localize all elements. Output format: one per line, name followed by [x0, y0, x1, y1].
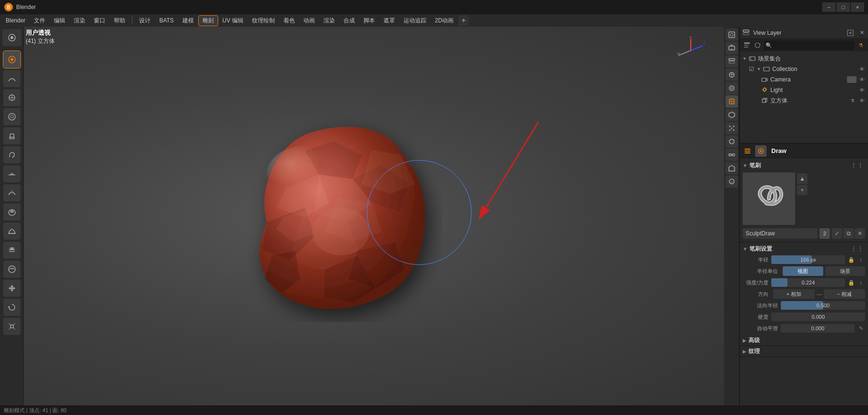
menu-file[interactable]: 文件 [30, 16, 49, 26]
menu-edit[interactable]: 编辑 [50, 16, 69, 26]
scale-tool[interactable] [3, 318, 20, 335]
normal-radius-slider[interactable]: 0.500 [781, 301, 865, 310]
strength-pressure-icon[interactable]: ↕ [857, 278, 865, 287]
cube-filter-icon[interactable]: ⚗ [848, 96, 857, 105]
brush-new-btn[interactable]: + [797, 185, 807, 195]
rotate-tool[interactable] [3, 299, 20, 316]
collection-eye-icon[interactable]: 👁 [858, 65, 866, 73]
particle-properties-icon[interactable] [726, 122, 738, 134]
texture-header[interactable]: ▶ 纹理 [740, 346, 868, 356]
grab-tool[interactable] [3, 127, 20, 144]
draw-tool[interactable] [3, 51, 20, 68]
brush-copy-btn[interactable]: ⧉ [843, 228, 854, 239]
clay-tool[interactable] [3, 223, 20, 240]
viewport[interactable]: 用户透视 (41) 立方体 X Z Y [24, 27, 724, 405]
outliner-cube[interactable]: ▶ 立方体 ⚗ 👁 [740, 95, 868, 106]
layer-tool[interactable] [3, 242, 20, 259]
direction-add-btn[interactable]: + 相加 [773, 289, 815, 299]
advanced-header[interactable]: ▶ 高级 [740, 335, 868, 345]
outliner-filter-icon[interactable]: ⚗ [857, 41, 865, 50]
constraints-properties-icon[interactable] [726, 149, 738, 161]
menu-help[interactable]: 帮助 [110, 16, 129, 26]
workspace-bats[interactable]: BATS [155, 16, 177, 25]
data-properties-icon[interactable] [726, 162, 738, 174]
pinch-tool[interactable] [3, 89, 20, 106]
camera-eye-icon[interactable]: 👁 [858, 75, 866, 84]
menu-render[interactable]: 渲染 [70, 16, 89, 26]
workspace-texture-paint[interactable]: 纹理绘制 [248, 16, 279, 26]
light-eye-icon[interactable]: 👁 [858, 86, 866, 94]
draw-mode-btn[interactable] [755, 145, 767, 157]
minimize-button[interactable]: − [822, 2, 836, 12]
direction-subtract-btn[interactable]: − 相减 [824, 289, 865, 299]
snake-hook-tool[interactable] [3, 146, 20, 163]
svg-point-31 [267, 146, 343, 203]
render-properties-icon[interactable] [726, 29, 738, 41]
world-properties-icon[interactable] [726, 82, 738, 94]
radius-pressure-icon[interactable]: ↕ [857, 255, 865, 264]
brush-expand-preview-btn[interactable]: ▲ [797, 173, 807, 184]
radius-lock-icon[interactable]: 🔒 [847, 255, 856, 264]
outliner-scene-collection[interactable]: ▼ 场景集合 [740, 53, 868, 64]
workspace-sculpt[interactable]: 雕刻 [199, 16, 218, 26]
mask-tool[interactable] [3, 261, 20, 278]
close-button[interactable]: × [851, 2, 864, 12]
workspace-modeling[interactable]: 建模 [179, 16, 198, 26]
flatten-tool[interactable] [3, 165, 20, 182]
title-bar-left: B Blender [4, 2, 36, 12]
output-properties-icon[interactable] [726, 42, 738, 54]
outliner-mode-icon[interactable] [753, 41, 762, 50]
strength-slider[interactable]: 0.224 [771, 278, 845, 287]
crease-tool[interactable] [3, 184, 20, 202]
workspace-mask[interactable]: 遮罩 [380, 16, 399, 26]
menu-window[interactable]: 窗口 [90, 16, 109, 26]
workspace-compositing[interactable]: 合成 [340, 16, 359, 26]
new-view-layer-icon[interactable] [846, 29, 855, 37]
status-text: 雕刻模式 | 顶点: 41 | 面: 80 [4, 407, 67, 414]
strength-lock-icon[interactable]: 🔒 [847, 278, 856, 287]
workspace-uv[interactable]: UV 编辑 [219, 16, 247, 26]
brush-name-field[interactable]: SculptDraw [743, 228, 818, 239]
auto-smooth-slider[interactable]: 0.000 [781, 324, 855, 333]
menu-blender[interactable]: Blender [2, 16, 29, 25]
workspace-design[interactable]: 设计 [135, 16, 154, 26]
move-tool[interactable] [3, 280, 20, 297]
workspace-shading[interactable]: 着色 [280, 16, 299, 26]
radius-unit-scene-btn[interactable]: 场景 [825, 266, 866, 276]
radius-unit-view-btn[interactable]: 视图 [783, 266, 823, 276]
material-properties-icon[interactable] [726, 175, 738, 188]
scene-properties-icon[interactable] [726, 69, 738, 81]
inflate-tool[interactable] [3, 108, 20, 125]
hardness-slider[interactable]: 0.000 [771, 313, 865, 321]
brush-menu-icon[interactable]: ⋮⋮ [849, 162, 865, 169]
auto-smooth-edit-icon[interactable]: ✎ [857, 324, 865, 333]
cube-eye-icon[interactable]: 👁 [858, 96, 866, 105]
physics-properties-icon[interactable] [726, 135, 738, 148]
smooth-tool[interactable] [3, 70, 20, 87]
workspace-2d-animation[interactable]: 2D动画 [431, 16, 457, 26]
maximize-button[interactable]: □ [837, 2, 850, 12]
view-layer-properties-icon[interactable] [726, 55, 738, 68]
radius-slider[interactable]: 166 px [771, 255, 845, 264]
brush-preview-image[interactable] [743, 172, 795, 225]
outliner-camera[interactable]: ▶ Camera 👁 [740, 74, 868, 85]
add-workspace-button[interactable]: + [458, 15, 469, 26]
object-properties-icon[interactable] [726, 95, 738, 108]
delete-view-layer-icon[interactable]: ✕ [858, 29, 866, 37]
blob-tool[interactable] [3, 203, 20, 221]
outliner-collection[interactable]: ☑ ▼ Collection 👁 [740, 64, 868, 74]
modifier-properties-icon[interactable] [726, 109, 738, 121]
workspace-animation[interactable]: 动画 [300, 16, 319, 26]
brush-section-header[interactable]: ▼ 笔刷 ⋮⋮ [740, 160, 868, 171]
outliner-search[interactable] [764, 40, 855, 50]
brush-delete-btn[interactable]: ✕ [855, 228, 865, 239]
workspace-motion-tracking[interactable]: 运动追踪 [400, 16, 430, 26]
mode-selector[interactable] [2, 29, 21, 46]
brush-check-btn[interactable]: ✓ [832, 228, 842, 239]
brush-settings-header[interactable]: ▼ 笔刷设置 ⋮⋮ [740, 243, 868, 254]
brush-settings-menu-icon[interactable]: ⋮⋮ [849, 245, 865, 252]
workspace-scripting[interactable]: 脚本 [360, 16, 379, 26]
workspace-rendering[interactable]: 渲染 [320, 16, 339, 26]
outliner-light[interactable]: ▶ Light 👁 [740, 85, 868, 95]
properties-list-icon[interactable] [743, 146, 752, 156]
